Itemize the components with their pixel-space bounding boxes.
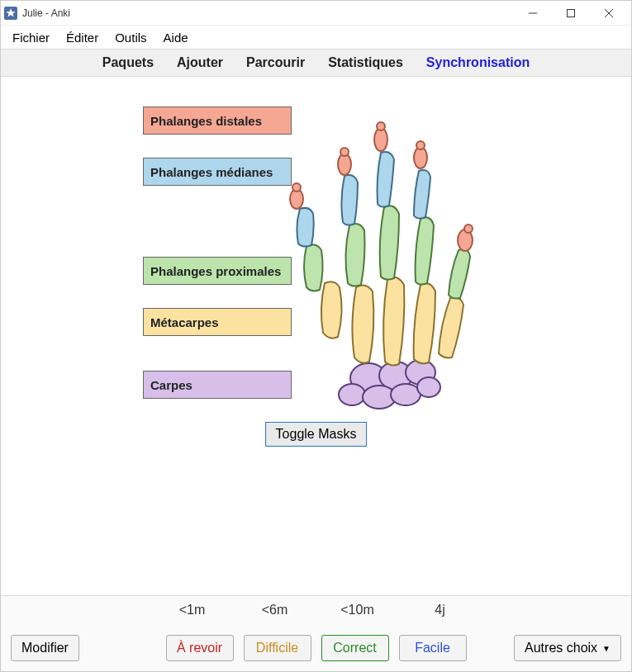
rate-easy-button[interactable]: Facile [399, 635, 467, 661]
label-metacarpes: Métacarpes [143, 308, 292, 336]
titlebar: Julie - Anki [1, 1, 631, 26]
menu-tools[interactable]: Outils [110, 29, 151, 46]
rate-good-button[interactable]: Correct [321, 635, 389, 661]
svg-point-19 [377, 122, 385, 130]
toggle-masks-button[interactable]: Toggle Masks [265, 422, 368, 447]
interval-hard: <6m [246, 603, 304, 618]
menu-help[interactable]: Aide [159, 29, 193, 46]
hand-skeleton-image [273, 93, 505, 424]
rating-buttons: À revoir Difficile Correct Facile [1, 635, 631, 661]
label-carpes: Carpes [143, 371, 292, 399]
svg-point-17 [292, 183, 301, 192]
interval-easy: 4j [411, 603, 469, 618]
label-phalanges-medianes: Phalanges médianes [143, 158, 292, 186]
interval-again: <1m [164, 603, 221, 618]
svg-point-20 [416, 141, 425, 149]
menu-edit[interactable]: Éditer [61, 29, 103, 46]
menubar: Fichier Éditer Outils Aide [1, 26, 631, 49]
svg-point-11 [417, 377, 440, 397]
label-phalanges-proximales: Phalanges proximales [143, 257, 292, 285]
svg-point-18 [340, 148, 349, 156]
anki-icon [4, 7, 17, 20]
tab-add[interactable]: Ajouter [177, 55, 223, 70]
minimize-button[interactable] [514, 1, 552, 26]
window-controls [514, 1, 628, 26]
card-content: Phalanges distales Phalanges médianes Ph… [1, 77, 631, 595]
review-bar: <1m <6m <10m 4j Modifier À revoir Diffic… [1, 595, 631, 671]
svg-point-10 [391, 384, 421, 405]
maximize-button[interactable] [552, 1, 590, 26]
interval-good: <10m [329, 603, 387, 618]
menu-file[interactable]: Fichier [7, 29, 55, 46]
window-title: Julie - Anki [22, 7, 70, 19]
tab-browse[interactable]: Parcourir [246, 55, 305, 70]
close-button[interactable] [590, 1, 628, 26]
svg-point-21 [464, 225, 473, 233]
tab-decks[interactable]: Paquets [102, 55, 154, 70]
label-phalanges-distales: Phalanges distales [143, 106, 292, 135]
svg-point-14 [374, 128, 387, 151]
interval-row: <1m <6m <10m 4j [1, 603, 631, 618]
svg-rect-2 [568, 9, 575, 17]
rate-again-button[interactable]: À revoir [166, 635, 234, 661]
tab-stats[interactable]: Statistiques [328, 55, 403, 70]
tab-sync[interactable]: Synchronisation [426, 55, 530, 70]
svg-point-8 [339, 384, 365, 405]
rate-hard-button[interactable]: Difficile [244, 635, 311, 661]
toolbar: Paquets Ajouter Parcourir Statistiques S… [1, 49, 631, 77]
